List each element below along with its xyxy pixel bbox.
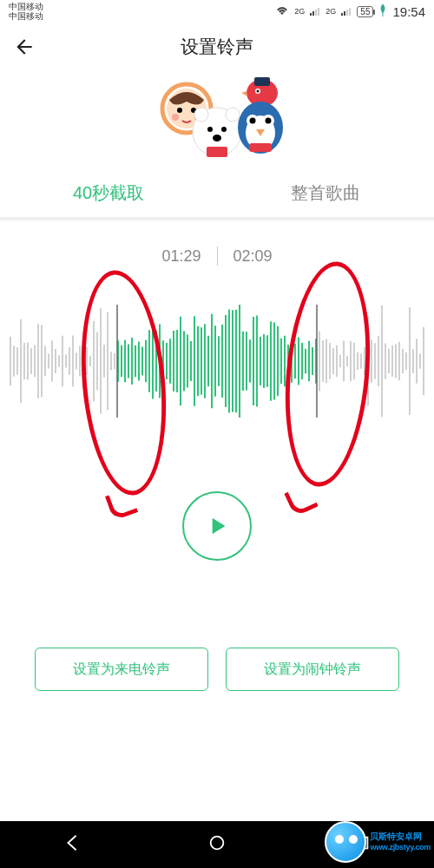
time-row: 01:29 02:09	[9, 247, 425, 266]
status-bar: 中国移动 中国移动 2G 2G 55 19:54	[0, 0, 434, 23]
leaf-icon	[378, 4, 387, 19]
svg-point-20	[226, 108, 240, 122]
signal-icon-1	[310, 5, 320, 18]
svg-point-16	[172, 114, 179, 121]
svg-rect-31	[249, 143, 272, 152]
svg-rect-0	[310, 13, 312, 16]
svg-rect-3	[318, 8, 319, 16]
svg-rect-7	[349, 8, 351, 16]
play-icon	[203, 512, 231, 540]
back-button[interactable]	[7, 30, 42, 64]
svg-rect-4	[341, 13, 343, 16]
svg-point-30	[266, 118, 272, 124]
svg-rect-5	[344, 11, 345, 16]
tab-full-song[interactable]: 整首歌曲	[217, 167, 434, 219]
clip-end-time: 02:09	[233, 247, 273, 266]
svg-point-22	[221, 127, 227, 132]
status-right: 2G 2G 55 19:54	[275, 4, 425, 19]
svg-point-21	[207, 127, 213, 132]
clip-panel: 01:29 02:09 设置为来电铃声 设置为闹钟铃声	[9, 220, 425, 691]
nav-home-button[interactable]	[207, 833, 227, 856]
carrier-label: 中国移动 中国移动	[9, 2, 43, 21]
clock-label: 19:54	[392, 4, 425, 19]
page-title: 设置铃声	[0, 35, 434, 59]
signal-icon-2	[341, 5, 352, 18]
svg-point-19	[194, 108, 208, 122]
watermark-logo	[325, 821, 366, 863]
play-area	[9, 474, 425, 578]
svg-rect-6	[346, 10, 348, 16]
svg-point-23	[213, 135, 221, 141]
set-alarm-ringtone-button[interactable]: 设置为闹钟铃声	[226, 648, 399, 691]
watermark: 贝斯特安卓网 www.zjbstyy.com	[325, 821, 431, 863]
svg-rect-9	[254, 77, 270, 86]
watermark-text: 贝斯特安卓网 www.zjbstyy.com	[370, 832, 431, 852]
svg-rect-2	[315, 10, 317, 16]
nav-back-button[interactable]	[62, 833, 82, 856]
clip-start-time: 01:29	[161, 247, 201, 266]
set-call-ringtone-button[interactable]: 设置为来电铃声	[35, 648, 208, 691]
svg-rect-1	[312, 11, 314, 16]
time-separator	[217, 247, 218, 266]
tabs: 40秒截取 整首歌曲	[0, 167, 434, 219]
wifi-icon	[275, 5, 289, 18]
play-button[interactable]	[182, 491, 252, 561]
signal-label-1: 2G	[294, 7, 305, 16]
svg-point-29	[250, 118, 256, 124]
tab-clip[interactable]: 40秒截取	[0, 167, 217, 219]
bottom-actions: 设置为来电铃声 设置为闹钟铃声	[9, 648, 425, 691]
svg-point-11	[257, 90, 260, 93]
svg-point-14	[177, 108, 182, 113]
battery-icon: 55	[357, 6, 373, 17]
svg-point-154	[211, 837, 224, 850]
svg-rect-24	[207, 147, 227, 157]
header: 设置铃声	[0, 23, 434, 71]
waveform-svg	[9, 292, 425, 431]
signal-label-2: 2G	[326, 7, 336, 16]
waveform[interactable]	[9, 283, 425, 439]
illustration	[0, 71, 434, 167]
